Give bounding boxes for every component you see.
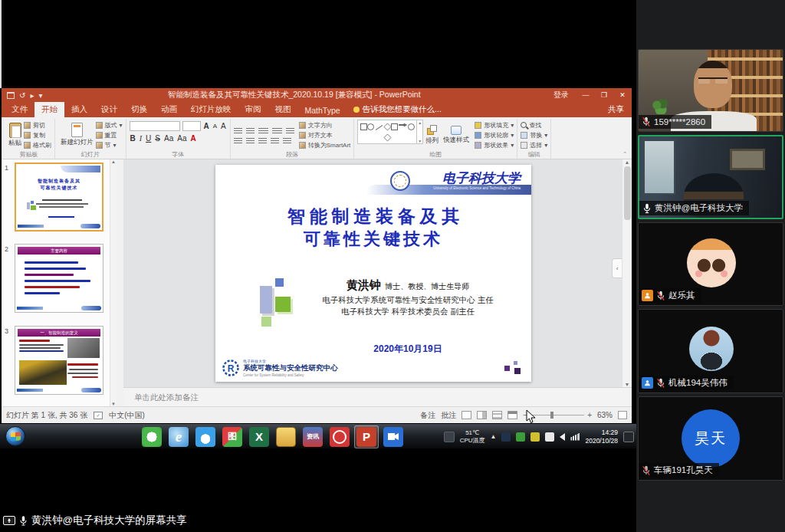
close-button[interactable]: ✕ bbox=[613, 88, 632, 102]
tab-home[interactable]: 开始 bbox=[34, 102, 64, 117]
tray-app-icon-3[interactable] bbox=[530, 432, 540, 442]
shape-effects-button[interactable]: 形状效果▾ bbox=[475, 141, 514, 149]
volume-icon[interactable] bbox=[560, 433, 565, 441]
thumbnail-1-preview[interactable]: 智能制造装备及其 可靠性关键技术 bbox=[15, 163, 103, 232]
canvas-scrollbar[interactable]: ▲ ▼ bbox=[622, 159, 632, 387]
canvas-scroll-down-icon[interactable]: ▼ bbox=[625, 382, 630, 387]
taskbar-excel-icon[interactable]: X bbox=[249, 427, 269, 447]
spellcheck-icon[interactable]: ✓ bbox=[94, 412, 103, 419]
taskbar-utility-icon[interactable] bbox=[330, 427, 350, 447]
participant-tile-3[interactable]: 赵乐其 bbox=[638, 222, 783, 306]
align-text-button[interactable]: 对齐文本 bbox=[299, 131, 351, 140]
tab-animations[interactable]: 动画 bbox=[154, 102, 184, 117]
strikethrough-button[interactable]: S bbox=[154, 134, 161, 143]
format-painter-button[interactable]: 格式刷 bbox=[24, 141, 51, 149]
minimize-button[interactable]: — bbox=[576, 88, 595, 102]
thumbnail-slide-1[interactable]: 1 智能制造装备及其 可靠性关键技术 bbox=[5, 163, 103, 232]
char-spacing-button[interactable]: Aa bbox=[163, 134, 174, 143]
numbering-button[interactable] bbox=[246, 126, 255, 133]
language-indicator[interactable]: 中文(中国) bbox=[109, 410, 145, 421]
line-spacing-button[interactable] bbox=[286, 126, 294, 133]
signin-button[interactable]: 登录 bbox=[546, 90, 576, 100]
grow-font-button[interactable]: A bbox=[203, 122, 210, 130]
reset-button[interactable]: 重置 bbox=[96, 131, 123, 140]
clear-format-button[interactable]: A bbox=[220, 122, 227, 130]
network-icon[interactable] bbox=[570, 433, 580, 441]
slide-author[interactable]: 黄洪钟 博士、教授、博士生导师 bbox=[284, 278, 531, 293]
slide-1[interactable]: 电子科技大学 University of Electronic Science … bbox=[215, 165, 531, 382]
taskbar-news-icon[interactable]: 资讯 bbox=[303, 427, 323, 447]
underline-button[interactable]: U bbox=[145, 134, 152, 143]
italic-button[interactable]: I bbox=[139, 134, 143, 143]
cut-button[interactable]: 剪切 bbox=[24, 121, 51, 130]
smartart-button[interactable]: 转换为SmartArt bbox=[299, 141, 351, 149]
shape-fill-button[interactable]: 形状填充▾ bbox=[475, 121, 514, 130]
slideshow-icon[interactable]: ▸ bbox=[30, 92, 34, 99]
section-button[interactable]: 节▾ bbox=[96, 141, 123, 149]
fit-slide-button[interactable] bbox=[618, 411, 627, 419]
participant-tile-5[interactable]: 昊天 车辆191孔昊天 bbox=[638, 396, 783, 481]
save-icon[interactable] bbox=[7, 92, 15, 99]
columns-button[interactable] bbox=[283, 136, 291, 143]
align-left-button[interactable] bbox=[234, 136, 242, 143]
increase-indent-button[interactable] bbox=[272, 126, 282, 133]
restore-button[interactable]: ❐ bbox=[595, 88, 613, 102]
tab-mathtype[interactable]: MathType bbox=[298, 103, 347, 117]
comments-toggle-button[interactable]: 批注 bbox=[441, 410, 456, 421]
notes-toggle-button[interactable]: 备注 bbox=[420, 410, 435, 421]
arrange-button[interactable]: 排列 bbox=[423, 120, 441, 150]
paste-button[interactable]: 粘贴 bbox=[6, 120, 24, 150]
taskbar-browser-360-icon[interactable] bbox=[142, 427, 162, 447]
tab-transitions[interactable]: 切换 bbox=[124, 102, 154, 117]
tab-file[interactable]: 文件 bbox=[5, 102, 34, 117]
thumb-scroll-up-icon[interactable]: ▲ bbox=[111, 159, 116, 164]
taskbar-image-viewer-icon[interactable]: 图 bbox=[222, 427, 242, 447]
normal-view-button[interactable] bbox=[461, 411, 471, 419]
taskbar-folder-icon[interactable] bbox=[276, 427, 296, 447]
decrease-indent-button[interactable] bbox=[258, 126, 268, 133]
slide-title-line1[interactable]: 智 能 制 造 装 备 及 其 bbox=[215, 205, 531, 228]
shape-outline-button[interactable]: 形状轮廓▾ bbox=[475, 131, 514, 140]
thumbnail-slide-2[interactable]: 2 主要内容 bbox=[5, 244, 103, 313]
tab-view[interactable]: 视图 bbox=[268, 102, 298, 117]
font-color-button[interactable]: A bbox=[189, 134, 196, 143]
slide-title-line2[interactable]: 可靠性关键技术 bbox=[215, 228, 531, 251]
participant-tile-4[interactable]: 机械194吴伟伟 bbox=[638, 309, 783, 393]
tray-app-icon-1[interactable] bbox=[501, 432, 511, 442]
tray-app-icon-2[interactable] bbox=[516, 432, 525, 442]
undo-icon[interactable]: ↺ bbox=[19, 92, 25, 99]
select-button[interactable]: 选择▾ bbox=[521, 141, 547, 149]
reading-view-button[interactable] bbox=[492, 411, 502, 419]
align-right-button[interactable] bbox=[258, 136, 267, 143]
shapes-gallery[interactable]: ▲ ▼ bbox=[357, 120, 423, 144]
slide-date[interactable]: 2020年10月19日 bbox=[284, 343, 531, 356]
font-name-input[interactable] bbox=[130, 121, 180, 131]
shapes-scrollbar[interactable]: ▲ ▼ bbox=[416, 120, 422, 143]
layout-button[interactable]: 版式▾ bbox=[96, 121, 123, 130]
notification-icon[interactable] bbox=[623, 432, 634, 442]
tray-app-icon-4[interactable] bbox=[545, 432, 554, 442]
slideshow-view-button[interactable] bbox=[507, 411, 517, 419]
align-center-button[interactable] bbox=[246, 136, 255, 143]
tab-insert[interactable]: 插入 bbox=[64, 102, 94, 117]
find-button[interactable]: 查找 bbox=[521, 121, 547, 130]
panel-collapse-handle[interactable]: ‹ bbox=[612, 258, 622, 278]
justify-button[interactable] bbox=[271, 136, 279, 143]
share-button[interactable]: 共享 bbox=[600, 102, 632, 117]
bold-button[interactable]: B bbox=[130, 134, 136, 143]
zoom-track[interactable] bbox=[530, 415, 584, 415]
tab-slideshow[interactable]: 幻灯片放映 bbox=[184, 102, 238, 117]
change-case-button[interactable]: Aa bbox=[176, 134, 187, 143]
thumbnail-scrollbar[interactable]: ▲ ▼ bbox=[110, 159, 117, 406]
input-method-icon[interactable] bbox=[444, 432, 455, 442]
tell-me-box[interactable]: 告诉我您想要做什么... bbox=[347, 102, 448, 117]
participant-tile-1[interactable]: 159*****2860 bbox=[638, 49, 783, 132]
text-direction-button[interactable]: 文字方向 bbox=[299, 121, 351, 130]
zoom-thumb[interactable] bbox=[550, 412, 553, 419]
start-button[interactable] bbox=[5, 426, 25, 446]
thumbnail-2-preview[interactable]: 主要内容 bbox=[15, 244, 103, 313]
tab-review[interactable]: 审阅 bbox=[238, 102, 268, 117]
copy-button[interactable]: 复制 bbox=[24, 131, 51, 140]
thumbnail-slide-3[interactable]: 3 一、智能制造的定义 bbox=[5, 326, 103, 395]
notes-pane[interactable]: 单击此处添加备注 bbox=[123, 387, 632, 406]
